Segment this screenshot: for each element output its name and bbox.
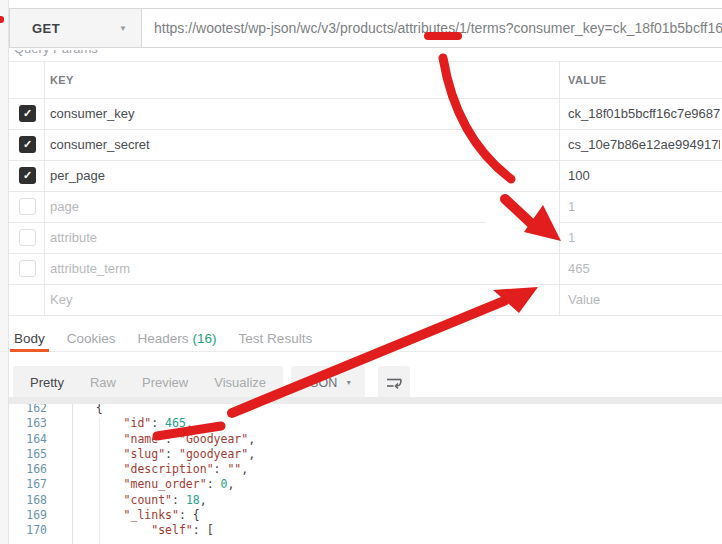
response-tab-bar: BodyCookiesHeaders(16)Test Results <box>0 331 722 346</box>
editor-top-divider <box>9 397 722 404</box>
query-params-label: Query Params <box>14 50 234 59</box>
code-line: 163 "id": 465, <box>9 416 722 431</box>
code-line: 165 "slug": "goodyear", <box>9 447 722 462</box>
param-checkbox[interactable] <box>19 260 36 277</box>
cell-edit-highlight <box>486 192 559 252</box>
param-value[interactable]: ck_18f01b5bcff16c7e96870e <box>568 106 720 121</box>
param-row[interactable]: ✓per_page100 <box>9 160 722 191</box>
param-checkbox[interactable]: ✓ <box>19 167 36 184</box>
param-checkbox[interactable] <box>19 198 36 215</box>
view-mode-visualize[interactable]: Visualize <box>214 375 266 390</box>
param-key[interactable]: Key <box>50 292 72 307</box>
tab-label: Body <box>14 331 45 346</box>
request-url-bar: GET ▼ https://wootest/wp-json/wc/v3/prod… <box>9 8 722 48</box>
language-dropdown[interactable]: JSON ▼ <box>291 366 365 399</box>
code-line: 167 "menu_order": 0, <box>9 477 722 492</box>
method-label: GET <box>32 21 60 36</box>
param-value[interactable]: 1 <box>568 230 720 245</box>
tab-headers[interactable]: Headers(16) <box>138 331 217 346</box>
line-number: 163 <box>9 416 72 431</box>
line-number: 170 <box>9 523 72 538</box>
value-column-header: VALUE <box>568 74 606 86</box>
param-key[interactable]: consumer_secret <box>50 137 150 152</box>
gutter-border <box>72 404 73 544</box>
active-tab-underline <box>10 349 49 352</box>
param-key[interactable]: page <box>50 199 79 214</box>
chevron-down-icon: ▼ <box>119 24 127 33</box>
param-checkbox[interactable]: ✓ <box>19 136 36 153</box>
rest-client-window: GET ▼ https://wootest/wp-json/wc/v3/prod… <box>0 0 722 544</box>
view-mode-raw[interactable]: Raw <box>90 375 116 390</box>
table-line <box>9 315 722 316</box>
param-value[interactable]: 1 <box>568 199 720 214</box>
param-key[interactable]: attribute_term <box>50 261 130 276</box>
tab-test-results[interactable]: Test Results <box>239 331 313 346</box>
code-line: 166 "description": "", <box>9 462 722 477</box>
wrap-lines-button[interactable] <box>378 366 410 399</box>
param-value[interactable]: 465 <box>568 261 720 276</box>
line-number: 166 <box>9 462 72 477</box>
code-text: "description": "", <box>82 462 248 477</box>
param-value[interactable]: 100 <box>568 168 720 183</box>
param-row[interactable]: ✓consumer_keyck_18f01b5bcff16c7e96870e <box>9 98 722 129</box>
line-number: 165 <box>9 447 72 462</box>
param-row[interactable]: KeyValue <box>9 284 722 315</box>
code-text: "slug": "goodyear", <box>82 447 255 462</box>
code-text: "self": [ <box>82 523 214 538</box>
response-body-code: 162 {163 "id": 465,164 "name": "Goodyear… <box>9 401 722 539</box>
code-text: "name": "Goodyear", <box>82 432 255 447</box>
view-mode-group: PrettyRawPreviewVisualize <box>13 366 283 399</box>
left-gutter-strip <box>0 0 9 544</box>
code-line: 164 "name": "Goodyear", <box>9 432 722 447</box>
indent-guide <box>99 418 100 544</box>
line-number: 167 <box>9 477 72 492</box>
code-line: 170 "self": [ <box>9 523 722 538</box>
tab-bar-border <box>0 351 722 352</box>
code-line: 169 "_links": { <box>9 508 722 523</box>
key-column-header: KEY <box>50 74 74 86</box>
param-key[interactable]: per_page <box>50 168 105 183</box>
line-number: 164 <box>9 432 72 447</box>
param-value[interactable]: Value <box>568 292 720 307</box>
wrap-lines-icon <box>385 376 403 390</box>
param-checkbox[interactable] <box>19 229 36 246</box>
tab-body[interactable]: Body <box>14 331 45 346</box>
param-row[interactable]: page1 <box>9 191 722 222</box>
code-text: "menu_order": 0, <box>82 477 234 492</box>
param-row[interactable]: ✓consumer_secretcs_10e7b86e12ae994917b6 <box>9 129 722 160</box>
param-key[interactable]: attribute <box>50 230 97 245</box>
tab-label: Cookies <box>67 331 116 346</box>
headers-count-badge: (16) <box>193 331 217 346</box>
param-row[interactable]: attribute1 <box>9 222 722 253</box>
view-mode-preview[interactable]: Preview <box>142 375 188 390</box>
line-number: 168 <box>9 493 72 508</box>
code-text: "count": 18, <box>82 493 207 508</box>
table-line <box>9 61 722 62</box>
line-number: 169 <box>9 508 72 523</box>
param-row[interactable]: attribute_term465 <box>9 253 722 284</box>
tab-label: Headers <box>138 331 189 346</box>
method-dropdown[interactable]: GET ▼ <box>10 9 142 47</box>
url-input[interactable]: https://wootest/wp-json/wc/v3/products/a… <box>142 9 722 47</box>
tab-cookies[interactable]: Cookies <box>67 331 116 346</box>
param-checkbox[interactable]: ✓ <box>19 105 36 122</box>
language-label: JSON <box>304 376 337 390</box>
tab-label: Test Results <box>239 331 313 346</box>
code-line: 168 "count": 18, <box>9 493 722 508</box>
chevron-down-icon: ▼ <box>345 379 352 386</box>
param-key[interactable]: consumer_key <box>50 106 135 121</box>
view-mode-pretty[interactable]: Pretty <box>30 375 64 390</box>
param-value[interactable]: cs_10e7b86e12ae994917b6 <box>568 137 720 152</box>
